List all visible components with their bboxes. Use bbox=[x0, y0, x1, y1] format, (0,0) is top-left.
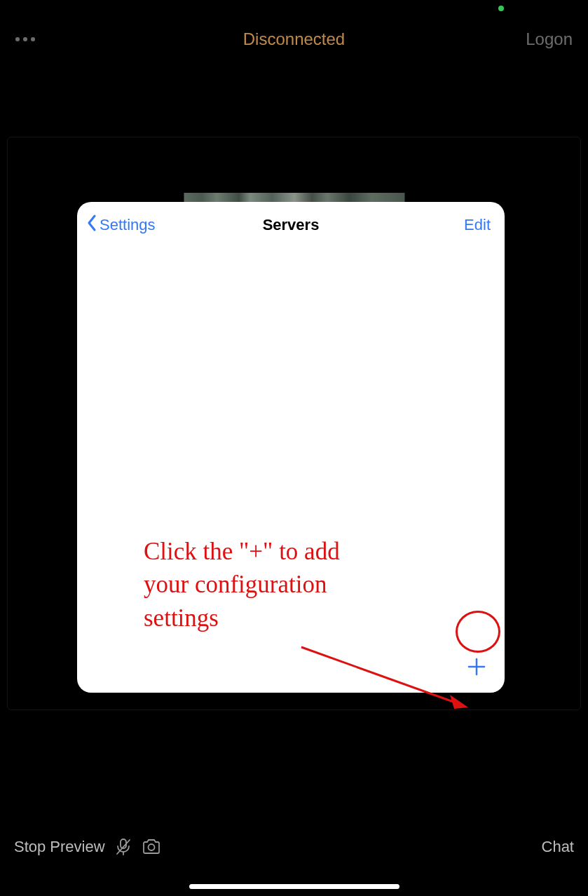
svg-point-7 bbox=[148, 844, 154, 850]
plus-icon bbox=[467, 656, 486, 679]
annotation-text: Click the "+" to add your configuration … bbox=[144, 535, 340, 634]
stop-preview-button[interactable]: Stop Preview bbox=[14, 838, 105, 856]
mic-in-use-indicator bbox=[498, 6, 504, 11]
top-bar: Disconnected Logon bbox=[0, 25, 588, 53]
chevron-left-icon bbox=[87, 215, 97, 235]
home-indicator[interactable] bbox=[189, 884, 399, 889]
back-to-settings-button[interactable]: Settings bbox=[87, 215, 156, 235]
annotation-circle bbox=[456, 611, 500, 653]
camera-icon[interactable] bbox=[142, 839, 161, 855]
logon-button[interactable]: Logon bbox=[526, 29, 573, 49]
remote-preview-image bbox=[184, 193, 404, 203]
ellipsis-icon[interactable] bbox=[15, 37, 35, 41]
modal-header: Settings Servers Edit bbox=[77, 202, 505, 242]
bottom-left-group: Stop Preview bbox=[14, 838, 161, 856]
connection-status-title: Disconnected bbox=[243, 29, 345, 49]
edit-button[interactable]: Edit bbox=[464, 216, 491, 234]
bottom-bar: Stop Preview Chat bbox=[0, 833, 588, 861]
modal-title: Servers bbox=[263, 216, 320, 234]
back-label: Settings bbox=[100, 216, 156, 234]
chat-button[interactable]: Chat bbox=[542, 838, 574, 856]
servers-modal: Settings Servers Edit Click the "+" to a… bbox=[77, 202, 505, 693]
annotation-arrow bbox=[301, 646, 484, 726]
servers-list-empty: Click the "+" to add your configuration … bbox=[77, 242, 505, 656]
add-server-button[interactable] bbox=[464, 655, 489, 680]
microphone-icon[interactable] bbox=[115, 838, 132, 856]
